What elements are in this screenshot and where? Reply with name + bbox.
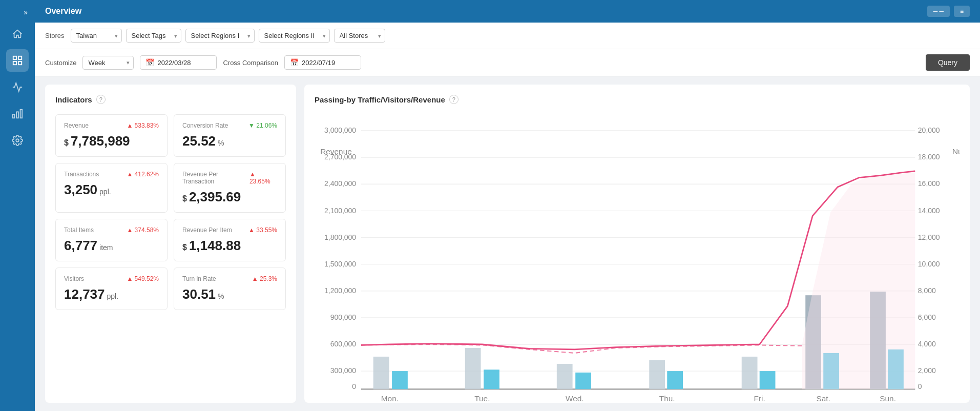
indicator-value-4: 6,777 item	[64, 238, 159, 254]
page-title: Overview	[45, 7, 81, 16]
customize-bar: Customize Week 📅 2022/03/28 Cross Compar…	[35, 49, 980, 76]
calendar1-icon: 📅	[145, 58, 154, 67]
tags-select[interactable]: Select Tags	[126, 29, 181, 43]
indicator-change-5: ▲ 33.55%	[248, 227, 277, 234]
topbar-btn2[interactable]: ≡	[954, 6, 970, 17]
indicator-suffix-4: item	[99, 243, 113, 252]
customize-label: Customize	[45, 59, 76, 67]
regions1-select[interactable]: Select Regions I	[185, 29, 255, 43]
indicator-change-6: ▲ 549.52%	[127, 275, 159, 282]
topbar: Overview ─ ─ ≡	[35, 0, 980, 23]
svg-rect-0	[13, 56, 16, 59]
stores-select[interactable]: Taiwan	[71, 29, 122, 43]
indicator-suffix-2: ppl.	[99, 188, 111, 196]
indicator-name-4: Total Items	[64, 227, 94, 234]
svg-point-7	[16, 139, 19, 142]
chart-svg: 3,000,000 2,700,000 2,400,000 2,100,000 …	[315, 118, 960, 403]
sidebar-toggle[interactable]: »	[0, 4, 35, 20]
regions2-select-wrapper: Select Regions II	[259, 29, 330, 43]
svg-text:8,000: 8,000	[918, 286, 936, 295]
indicator-card-7: Turn in Rate ▲ 25.3% 30.51 %	[174, 268, 286, 310]
indicator-card-4: Total Items ▲ 374.58% 6,777 item	[55, 219, 168, 261]
svg-rect-3	[18, 61, 22, 65]
indicator-name-5: Revenue Per Item	[182, 227, 232, 234]
home-icon[interactable]	[6, 23, 29, 45]
svg-text:Revenue: Revenue	[320, 147, 352, 156]
svg-text:4,000: 4,000	[918, 340, 936, 348]
bar-chart-icon[interactable]	[6, 102, 29, 125]
regions2-select[interactable]: Select Regions II	[259, 29, 330, 43]
indicator-change-2: ▲ 412.62%	[127, 171, 159, 178]
topbar-btn1[interactable]: ─ ─	[927, 6, 950, 17]
stores-select-wrapper: Taiwan	[71, 29, 122, 43]
svg-rect-52	[557, 364, 573, 389]
indicator-number-5: 1,148.88	[189, 238, 241, 254]
indicator-header-5: Revenue Per Item ▲ 33.55%	[182, 227, 277, 234]
all-stores-select[interactable]: All Stores	[334, 29, 385, 43]
svg-text:14,000: 14,000	[918, 207, 940, 215]
svg-text:2,000: 2,000	[918, 366, 936, 375]
indicator-change-1: ▼ 21.06%	[248, 122, 277, 129]
indicator-number-0: 7,785,989	[71, 133, 130, 149]
indicator-name-3: Revenue Per Transaction	[182, 171, 249, 185]
content-area: Indicators ? Revenue ▲ 533.83% $ 7,785,9…	[35, 76, 980, 411]
indicator-number-7: 30.51	[182, 286, 216, 302]
indicator-name-6: Visitors	[64, 275, 84, 282]
indicator-prefix-3: $	[182, 194, 187, 203]
indicator-suffix-7: %	[218, 292, 224, 300]
regions1-select-wrapper: Select Regions I	[185, 29, 255, 43]
date1-input[interactable]: 📅 2022/03/28	[140, 55, 217, 70]
indicators-panel: Indicators ? Revenue ▲ 533.83% $ 7,785,9…	[45, 85, 296, 403]
indicator-change-7: ▲ 25.3%	[252, 275, 277, 282]
svg-rect-51	[465, 348, 481, 389]
indicator-value-3: $ 2,395.69	[182, 189, 277, 205]
svg-text:600,000: 600,000	[330, 340, 357, 348]
svg-rect-4	[20, 110, 23, 118]
svg-text:Sun.: Sun.	[880, 394, 896, 403]
sidebar: »	[0, 0, 35, 411]
svg-text:1,500,000: 1,500,000	[324, 260, 356, 268]
indicator-number-3: 2,395.69	[189, 189, 241, 205]
svg-text:12,000: 12,000	[918, 233, 940, 241]
indicator-name-1: Conversion Rate	[182, 122, 228, 129]
svg-text:0: 0	[918, 382, 922, 391]
period-select-wrapper: Week	[82, 56, 134, 70]
indicator-prefix-5: $	[182, 243, 187, 252]
svg-rect-57	[392, 371, 408, 389]
indicator-change-4: ▲ 374.58%	[127, 227, 159, 234]
indicators-title: Indicators	[55, 95, 92, 104]
indicator-header-3: Revenue Per Transaction ▲ 23.65%	[182, 171, 277, 185]
indicators-help-icon[interactable]: ?	[96, 95, 106, 104]
svg-text:Thu.: Thu.	[659, 394, 675, 403]
svg-rect-6	[13, 114, 15, 118]
svg-rect-50	[373, 357, 389, 389]
filter-bar: Stores Taiwan Select Tags Select Regions…	[35, 23, 980, 49]
query-button[interactable]: Query	[926, 54, 970, 71]
indicator-suffix-1: %	[218, 139, 224, 147]
indicator-number-1: 25.52	[182, 133, 216, 149]
settings-icon[interactable]	[6, 129, 29, 152]
svg-text:6,000: 6,000	[918, 313, 936, 321]
indicator-number-2: 3,250	[64, 182, 97, 198]
indicator-header-1: Conversion Rate ▼ 21.06%	[182, 122, 277, 129]
date2-input[interactable]: 📅 2022/07/19	[284, 55, 361, 70]
indicator-name-0: Revenue	[64, 122, 89, 129]
chart-overview-icon[interactable]	[6, 49, 29, 72]
svg-text:2,100,000: 2,100,000	[324, 207, 356, 215]
svg-text:20,000: 20,000	[918, 126, 940, 134]
indicator-value-7: 30.51 %	[182, 286, 277, 302]
indicator-name-2: Transactions	[64, 171, 99, 178]
topbar-actions: ─ ─ ≡	[927, 6, 970, 17]
svg-rect-59	[575, 373, 591, 389]
chart-help-icon[interactable]: ?	[449, 95, 458, 104]
indicator-number-6: 12,737	[64, 286, 105, 302]
indicator-card-2: Transactions ▲ 412.62% 3,250 ppl.	[55, 163, 168, 213]
indicator-header-2: Transactions ▲ 412.62%	[64, 171, 159, 178]
indicator-name-7: Turn in Rate	[182, 275, 216, 282]
period-select[interactable]: Week	[82, 56, 134, 70]
stores-label: Stores	[45, 32, 65, 39]
indicator-prefix-0: $	[64, 138, 69, 148]
analytics-icon[interactable]	[6, 76, 29, 98]
svg-text:Tue.: Tue.	[474, 394, 490, 403]
svg-text:Mon.: Mon.	[381, 394, 399, 403]
